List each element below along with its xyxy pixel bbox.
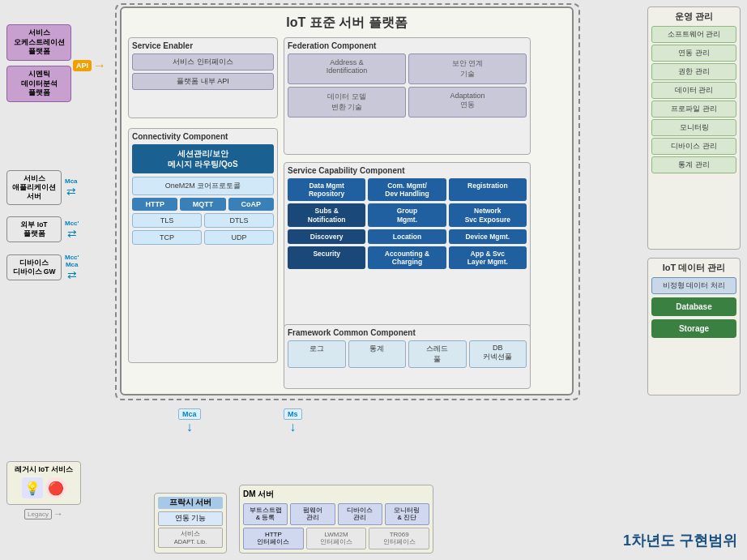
framework-title: Framework Common Component [288,328,527,337]
subs-notification-box: Subs & Notification [288,203,365,226]
service-interface-box: 서비스 인터페이스 [132,53,274,71]
framework-section: Framework Common Component 로그 통계 스레드 풀 D… [284,324,531,389]
federation-grid: Address & Identification 보안 연계 기술 데이터 모델… [288,53,527,118]
accounting-box: Accounting & Charging [368,246,446,269]
group-mgmt-box: Group Mgmt. [368,203,446,226]
proxy-item-1: 연동 기능 [158,511,223,526]
stats-mgmt-box: 통계 관리 [651,156,736,173]
capability-grid: Data Mgmt Repository Com. Mgmt/ Dev Hand… [288,178,527,269]
storage-box: Storage [651,319,736,338]
ops-title: 운영 관리 [651,11,736,23]
nest-icon: 🔴 [45,477,66,498]
firmware-box: 펌웨어 관리 [290,503,335,525]
network-svc-box: Network Svc Exposure [449,203,527,226]
mca-connector-1: Mca ⇄ [65,177,78,198]
security-link-box: 보안 연계 기술 [408,53,527,84]
ops-management-section: 운영 관리 소프트웨어 관리 연동 관리 권한 관리 데이터 관리 프로파일 관… [647,6,741,250]
mqtt-box: MQTT [180,198,225,211]
iot-platform-title: IoT 표준 서버 플랫폼 [128,15,566,32]
device-mgmt-ops-box: 디바이스 관리 [651,138,736,155]
database-box: Database [651,297,736,316]
bootstrap-box: 부트스트랩 & 등록 [243,503,288,525]
api-arrow: → [93,58,106,73]
external-iot-row: 외부 IoT 플랫폼 Mcc' ⇄ [6,216,79,242]
proxy-title: 프락시 서버 [158,497,223,509]
ms-down-label: Ms [284,408,302,420]
dtls-box: DTLS [204,213,274,228]
iot-data-title: IoT 데이터 관리 [651,262,736,274]
profile-mgmt-box: 프로파일 관리 [651,100,736,118]
auth-mgmt-box: 권한 관리 [651,63,736,80]
main-container: IoT 표준 서버 플랫폼 Service Enabler 서비스 인터페이스 … [0,0,747,560]
connectivity-section: Connectivity Component 세션관리/보안 메시지 라우팅/Q… [128,128,278,363]
coap-box: CoAP [228,198,274,211]
monitoring-box: 모니터링 [651,119,736,136]
legacy-section: 레거시 IoT 서비스 💡 🔴 Legacy → [6,461,81,519]
external-iot-box: 외부 IoT 플랫폼 [6,216,62,242]
api-label: API [73,60,92,71]
dm-server-section: DM 서버 부트스트랩 & 등록 펌웨어 관리 디바이스 관리 모니터링 & 진… [239,485,442,554]
data-mgmt-ops-box: 데이터 관리 [651,82,736,99]
device-gw-row: 디바이스 디바이스 GW Mcc' Mca ⇄ [6,254,79,281]
semantic-analysis-box: 시멘틱 데이터분석 플랫폼 [6,66,71,102]
service-cap-title: Service Capability Component [288,166,527,175]
service-app-box: 서비스 애플리케이션 서버 [6,170,62,205]
adaptation-box: Adaptation 연동 [408,87,527,118]
left-mid-panel: 서비스 애플리케이션 서버 Mca ⇄ 외부 IoT 플랫폼 Mcc' ⇄ 디바… [6,170,79,281]
hue-icon: 💡 [22,477,43,498]
monitoring-diag-box: 모니터링 & 진단 [385,503,429,525]
mca-down-connector: Mca ↓ [178,408,201,434]
integration-mgmt-box: 연동 관리 [651,45,736,62]
service-orchestration-box: 서비스 오케스트레이션 플랫폼 [6,24,71,61]
mca-down-label: Mca [178,408,201,420]
tcp-box: TCP [132,230,202,245]
data-mgmt-box: Data Mgmt Repository [288,178,365,201]
legacy-box: 레거시 IoT 서비스 💡 🔴 [6,461,81,505]
non-structured-box: 비정형 데이터 처리 [651,277,736,294]
mcc-connector: Mcc' ⇄ [65,220,79,240]
legacy-label: Legacy [24,509,52,519]
thread-pool-box: 스레드 풀 [408,340,467,368]
service-enabler-title: Service Enabler [132,41,274,50]
dm-bottom-grid: HTTP 인터페이스 LWM2M 인터페이스 TR069 인터페이스 [243,528,429,549]
first-year-label: 1차년도 구현범위 [623,531,737,550]
federation-title: Federation Component [288,41,527,50]
dm-box: DM 서버 부트스트랩 & 등록 펌웨어 관리 디바이스 관리 모니터링 & 진… [239,485,433,554]
legacy-icons-row: 💡 🔴 [11,477,77,498]
connectivity-title: Connectivity Component [132,132,274,141]
protocol-row-3: TCP UDP [132,230,274,245]
proxy-item-2: 서비스 ADAPT. Lib. [158,528,223,548]
mcc-mca-connector: Mcc' Mca ⇄ [65,254,79,281]
com-mgmt-box: Com. Mgmt/ Dev Handling [368,178,446,201]
http-box: HTTP [132,198,177,211]
iot-data-section: IoT 데이터 관리 비정형 데이터 처리 Database Storage [647,258,741,395]
location-box: Location [368,229,446,244]
proxy-server-section: 프락시 서버 연동 기능 서비스 ADAPT. Lib. [154,493,227,554]
app-svc-box: App & Svc Layer Mgmt. [449,246,527,269]
platform-api-box: 플랫폼 내부 API [132,73,274,90]
lwm2m-interface-box: LWM2M 인터페이스 [306,528,367,549]
ms-down-connector: Ms ↓ [284,408,302,434]
framework-grid: 로그 통계 스레드 풀 DB 커넥션풀 [288,340,527,368]
device-gw-box: 디바이스 디바이스 GW [6,254,62,280]
legacy-title: 레거시 IoT 서비스 [11,465,77,475]
address-id-box: Address & Identification [288,53,406,84]
service-enabler-section: Service Enabler 서비스 인터페이스 플랫폼 내부 API [128,37,278,118]
api-connector: API → [73,58,106,73]
proxy-box: 프락시 서버 연동 기능 서비스 ADAPT. Lib. [154,493,227,554]
device-mgmt-box: Device Mgmt. [449,229,527,244]
session-mgmt-box: 세션관리/보안 메시지 라우팅/QoS [132,144,274,173]
left-top-panel: 서비스 오케스트레이션 플랫폼 시멘틱 데이터분석 플랫폼 [6,24,71,102]
dm-title: DM 서버 [243,489,429,500]
protocol-row-1: HTTP MQTT CoAP [132,198,274,211]
device-ctrl-box: 디바이스 관리 [338,503,382,525]
log-box: 로그 [288,340,346,368]
data-model-box: 데이터 모델 변환 기술 [288,87,406,118]
http-interface-box: HTTP 인터페이스 [243,528,304,549]
iot-platform-box: IoT 표준 서버 플랫폼 Service Enabler 서비스 인터페이스 … [120,6,574,395]
service-app-row: 서비스 애플리케이션 서버 Mca ⇄ [6,170,79,205]
dm-top-grid: 부트스트랩 & 등록 펌웨어 관리 디바이스 관리 모니터링 & 진단 [243,503,429,525]
tls-box: TLS [132,213,202,228]
udp-box: UDP [204,230,274,245]
registration-box: Registration [449,178,527,201]
